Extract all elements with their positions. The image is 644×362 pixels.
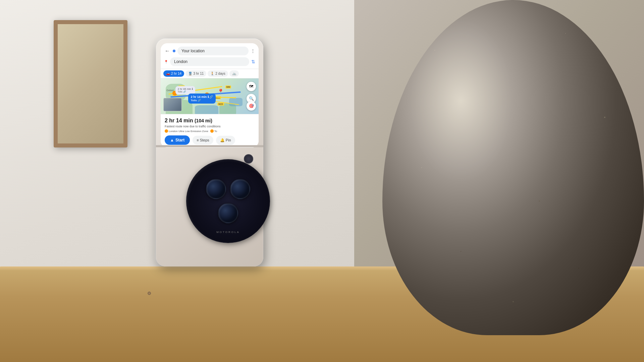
maps-app: ← Your location ⋮ 📍 London ⇅ 🚗 2 hr 14 <box>161 43 259 147</box>
back-button[interactable]: ← <box>164 47 171 55</box>
map-label-mm: MM <box>225 85 231 88</box>
tab-drive[interactable]: 🚗 2 hr 14 <box>163 70 184 77</box>
map-label-oxford: Oxford <box>167 89 174 92</box>
map-layers-button[interactable]: 🗺 <box>247 82 256 91</box>
cycle-icon: 🚲 <box>232 72 236 75</box>
maps-from-row: ← Your location ⋮ <box>164 47 255 55</box>
warning-tolls: To <box>210 129 217 133</box>
ulez-icon <box>165 129 168 133</box>
pin-button[interactable]: 🔔 Pin <box>216 136 235 145</box>
tab-walk[interactable]: 🚶 2 days <box>208 70 228 77</box>
action-buttons-bar: ▲ Start ≡ Steps 🔔 Pin <box>165 135 255 145</box>
tab-transit[interactable]: 🚆 3 hr 11 <box>185 70 206 77</box>
route-description-text: Fastest route now due to traffic conditi… <box>165 125 255 128</box>
camera-brand-text: MOTOROLA <box>216 231 240 234</box>
tab-cycle[interactable]: 🚲 <box>229 70 239 77</box>
picture-frame-decoration <box>54 20 127 147</box>
start-nav-icon: ▲ <box>170 138 174 142</box>
map-water-2 <box>229 98 243 106</box>
map-locate-button[interactable]: 🎯 <box>247 101 256 111</box>
map-thumbnail <box>163 98 182 111</box>
walk-icon: 🚶 <box>210 72 214 75</box>
swap-directions-button[interactable]: ⇅ <box>251 59 255 64</box>
camera-module: MOTOROLA <box>186 159 270 243</box>
shelf-screw <box>148 292 151 295</box>
map-area[interactable]: 🔶 🔶 Oxford Reading M40 M25 M23 MM 📍 2 hr… <box>161 78 259 114</box>
route-warnings: London Ultra Low Emission Zone To <box>165 129 255 133</box>
map-label-m23: M23 <box>217 103 224 106</box>
steps-icon: ≡ <box>197 138 199 142</box>
phone-device: MOTOROLA ← Your location ⋮ 📍 London ⇅ <box>156 39 263 266</box>
metallic-vase <box>382 0 644 335</box>
route-duration-text: 2 hr 14 min (104 mi) <box>165 118 255 124</box>
destination-pin: 📍 <box>217 88 224 95</box>
to-input[interactable]: London <box>170 57 249 66</box>
start-navigation-button[interactable]: ▲ Start <box>165 135 190 145</box>
steps-button[interactable]: ≡ Steps <box>193 136 213 144</box>
destination-pin-icon: 📍 <box>164 60 168 64</box>
tolls-warning-icon <box>210 129 214 133</box>
from-dot-icon <box>173 50 175 52</box>
secondary-route-duration: 2 hr 46 min ℹ <box>178 87 193 90</box>
thumbnail-image <box>164 98 181 111</box>
more-options-button[interactable]: ⋮ <box>251 48 255 54</box>
vase-texture <box>382 0 644 335</box>
maps-navigation-header: ← Your location ⋮ 📍 London ⇅ <box>161 43 259 69</box>
camera-lenses <box>199 172 257 230</box>
camera-lens-2 <box>230 179 250 199</box>
phone-hinge <box>156 145 263 147</box>
from-input[interactable]: Your location <box>177 47 249 55</box>
route-info-panel: 2 hr 14 min (104 mi) Fastest route now d… <box>161 114 259 147</box>
secondary-route-tolls: Tolls 🔗 <box>178 90 193 93</box>
camera-sensor-small <box>244 154 253 164</box>
primary-route-tolls: Tolls 🔗 <box>191 99 213 102</box>
route-bubble-primary[interactable]: 2 hr 14 min ℹ 🔗 Tolls 🔗 <box>188 94 216 104</box>
primary-route-duration: 2 hr 14 min ℹ 🔗 <box>191 95 213 99</box>
transit-icon: 🚆 <box>188 72 192 75</box>
camera-lens-1 <box>206 179 226 199</box>
pin-icon: 🔔 <box>220 138 225 142</box>
phone-screen: ← Your location ⋮ 📍 London ⇅ 🚗 2 hr 14 <box>161 43 259 147</box>
map-water-1 <box>195 105 218 114</box>
maps-to-row: 📍 London ⇅ <box>164 57 255 66</box>
transport-tabs-bar: 🚗 2 hr 14 🚆 3 hr 11 🚶 2 days 🚲 <box>161 69 259 78</box>
drive-icon: 🚗 <box>166 72 170 75</box>
camera-lens-3 <box>218 203 238 223</box>
warning-ulez: London Ultra Low Emission Zone <box>165 129 208 133</box>
